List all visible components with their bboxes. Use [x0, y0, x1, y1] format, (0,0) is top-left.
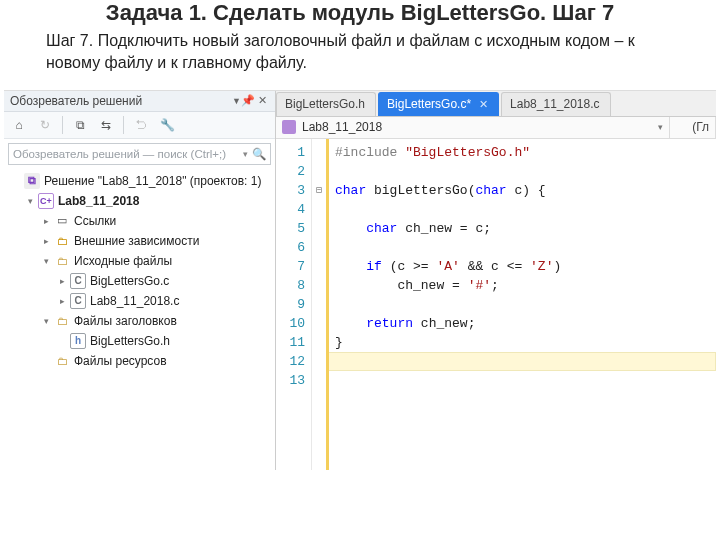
back-icon[interactable]: ⮌ [130, 115, 152, 135]
slide-title: Задача 1. Сделать модуль BigLettersGo. Ш… [0, 0, 720, 26]
solution-node[interactable]: ⧉ Решение "Lab8_11_2018" (проектов: 1) [6, 171, 273, 191]
tab-lab8-c[interactable]: Lab8_11_2018.c [501, 92, 610, 116]
project-node[interactable]: C+ Lab8_11_2018 [6, 191, 273, 211]
tree-node-header-files[interactable]: 🗀 Файлы заголовков [6, 311, 273, 331]
chevron-down-icon[interactable]: ▾ [658, 122, 663, 132]
close-icon[interactable]: ✕ [255, 94, 269, 107]
package-icon[interactable]: ⧉ [69, 115, 91, 135]
solution-explorer-panel: Обозреватель решений ▼ 📌 ✕ ⌂ ↻ ⧉ ⇆ ⮌ 🔧 О… [4, 91, 276, 470]
chevron-down-icon[interactable]: ▾ [243, 149, 248, 159]
close-icon[interactable]: ✕ [479, 98, 488, 111]
code-area[interactable]: 12345678910111213 ⊟ #include "BigLetters… [276, 139, 716, 470]
tree-node-references[interactable]: ▭ Ссылки [6, 211, 273, 231]
solution-explorer-title: Обозреватель решений [10, 94, 229, 108]
solution-explorer-titlebar[interactable]: Обозреватель решений ▼ 📌 ✕ [4, 91, 275, 112]
tab-biglettersgo-c[interactable]: BigLettersGo.c* ✕ [378, 92, 499, 116]
line-number-gutter: 12345678910111213 [276, 139, 312, 470]
h-file-icon: h [70, 333, 86, 349]
folder-icon: 🗀 [54, 353, 70, 369]
editor-nav-bar: Lab8_11_2018 ▾ (Гл [276, 117, 716, 139]
slide-body-text: Шаг 7. Подключить новый заголовочный фай… [0, 26, 720, 83]
ide-screenshot: Обозреватель решений ▼ 📌 ✕ ⌂ ↻ ⧉ ⇆ ⮌ 🔧 О… [4, 90, 716, 470]
solution-explorer-toolbar: ⌂ ↻ ⧉ ⇆ ⮌ 🔧 [4, 112, 275, 139]
wrench-icon[interactable]: 🔧 [156, 115, 178, 135]
tree-node-source-files[interactable]: 🗀 Исходные файлы [6, 251, 273, 271]
solution-explorer-search[interactable]: Обозреватель решений — поиск (Ctrl+;) ▾ … [8, 143, 271, 165]
solution-icon: ⧉ [24, 173, 40, 189]
folder-icon: 🗀 [54, 233, 70, 249]
c-file-icon: C [70, 273, 86, 289]
code-editor-panel: BigLettersGo.h BigLettersGo.c* ✕ Lab8_11… [276, 91, 716, 470]
search-placeholder: Обозреватель решений — поиск (Ctrl+;) [13, 148, 243, 160]
nav-scope-selector[interactable]: (Гл [670, 117, 716, 138]
project-icon [282, 120, 296, 134]
references-icon: ▭ [54, 213, 70, 229]
home-icon[interactable]: ⌂ [8, 115, 30, 135]
tree-file-lab8-c[interactable]: C Lab8_11_2018.c [6, 291, 273, 311]
tree-node-resource-files[interactable]: 🗀 Файлы ресурсов [6, 351, 273, 371]
folder-icon: 🗀 [54, 253, 70, 269]
pin-icon[interactable]: 📌 [241, 94, 255, 107]
solution-tree: ⧉ Решение "Lab8_11_2018" (проектов: 1) C… [4, 167, 275, 470]
sync-icon[interactable]: ⇆ [95, 115, 117, 135]
refresh-cycle-icon[interactable]: ↻ [34, 115, 56, 135]
editor-tabs: BigLettersGo.h BigLettersGo.c* ✕ Lab8_11… [276, 91, 716, 117]
c-file-icon: C [70, 293, 86, 309]
tree-node-external-deps[interactable]: 🗀 Внешние зависимости [6, 231, 273, 251]
tree-file-biglettersgo-h[interactable]: h BigLettersGo.h [6, 331, 273, 351]
window-options-icon[interactable]: ▼ [232, 96, 241, 106]
fold-gutter: ⊟ [312, 139, 326, 470]
code-content[interactable]: #include "BigLettersGo.h" char bigLetter… [326, 139, 716, 470]
folder-icon: 🗀 [54, 313, 70, 329]
tree-file-biglettersgo-c[interactable]: C BigLettersGo.c [6, 271, 273, 291]
tab-biglettersgo-h[interactable]: BigLettersGo.h [276, 92, 376, 116]
project-icon: C+ [38, 193, 54, 209]
search-icon[interactable]: 🔍 [252, 147, 266, 161]
nav-project-selector[interactable]: Lab8_11_2018 ▾ [276, 117, 670, 138]
